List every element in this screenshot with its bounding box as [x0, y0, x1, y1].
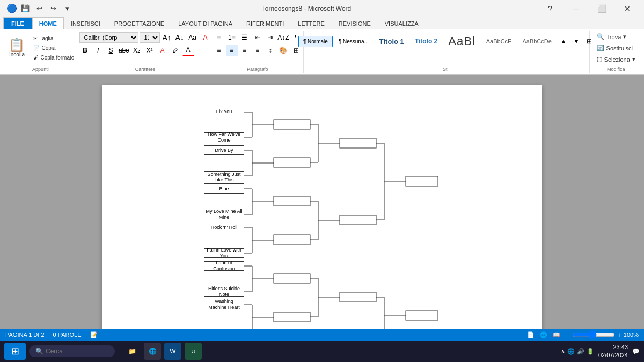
align-right-button[interactable]: ≡	[239, 45, 251, 56]
font-row1: Calibri (Corp 11 A↑ A↓ Aa A	[79, 32, 211, 43]
taskbar-search[interactable]: 🔍	[29, 345, 115, 357]
paste-button[interactable]: 📋 Incolla	[4, 36, 30, 60]
zoom-in-button[interactable]: +	[617, 331, 621, 339]
strikethrough-button[interactable]: abc	[118, 45, 130, 56]
redo-button[interactable]: ↪	[47, 3, 59, 14]
replace-label: Sostituisci	[606, 45, 633, 51]
tab-progettazione[interactable]: PROGETTAZIONE	[107, 17, 171, 29]
styles-scroll-down[interactable]: ▼	[570, 35, 582, 47]
document-area[interactable]: Fix You How Far We've Come Drive By Some…	[0, 75, 644, 329]
select-icon: ⬚	[597, 56, 602, 63]
taskbar-word[interactable]: W	[164, 343, 181, 360]
increase-indent-button[interactable]: ⇥	[265, 32, 276, 43]
help-button[interactable]: ?	[538, 0, 562, 17]
restore-button[interactable]: ⬜	[589, 0, 614, 17]
cut-icon: ✂	[33, 35, 38, 41]
subscript-button[interactable]: X₂	[131, 45, 143, 56]
window-title: Torneosongs8 - Microsoft Word	[75, 5, 538, 12]
clear-format-button[interactable]: A	[200, 32, 211, 43]
minimize-button[interactable]: ─	[564, 0, 588, 17]
taskbar-clock[interactable]: 23:43 02/07/2024	[598, 343, 628, 360]
decrease-size-button[interactable]: A↓	[174, 32, 186, 43]
find-button[interactable]: 🔍 Trova ▾	[593, 32, 639, 42]
tab-riferimenti[interactable]: RIFERIMENTI	[239, 17, 291, 29]
close-button[interactable]: ✕	[615, 0, 640, 17]
paragraph-group-label: Paragrafo	[247, 67, 268, 72]
find-icon: 🔍	[597, 33, 604, 40]
style-title1[interactable]: Titolo 1	[375, 35, 409, 48]
line-spacing-button[interactable]: ↕	[265, 45, 276, 56]
highlight-button[interactable]: 🖊	[170, 45, 181, 56]
taskbar-file-explorer[interactable]: 📁	[123, 343, 141, 360]
start-button[interactable]: ⊞	[4, 343, 26, 360]
style-emphasis[interactable]: AaBbCcDe	[517, 35, 556, 47]
justify-button[interactable]: ≡	[252, 45, 264, 56]
style-title[interactable]: AaBl	[443, 32, 480, 51]
tab-lettere[interactable]: LETTERE	[291, 17, 332, 29]
undo-button[interactable]: ↩	[33, 3, 45, 14]
customize-qat-button[interactable]: ▾	[61, 3, 73, 14]
paste-icon: 📋	[9, 39, 25, 51]
zoom-level: 100%	[624, 331, 639, 338]
tab-home[interactable]: HOME	[32, 17, 64, 29]
copy-button[interactable]: 📄 Copia	[31, 43, 77, 53]
copy-label: Copia	[41, 45, 55, 51]
font-size-select[interactable]: 11	[140, 32, 160, 43]
italic-button[interactable]: I	[92, 45, 104, 56]
doc-view-icon[interactable]: 📄	[527, 331, 535, 338]
align-center-button[interactable]: ≡	[226, 45, 238, 56]
font-group-label: Carattere	[135, 67, 156, 72]
tab-layout[interactable]: LAYOUT DI PAGINA	[171, 17, 239, 29]
numbering-button[interactable]: 1≡	[226, 32, 238, 43]
notification-icon[interactable]: 💬	[632, 348, 640, 355]
decrease-indent-button[interactable]: ⇤	[252, 32, 264, 43]
tab-inserisci[interactable]: INSERISCI	[64, 17, 107, 29]
underline-button[interactable]: S	[105, 45, 117, 56]
ribbon-content: 📋 Incolla ✂ Taglia 📄 Copia 🖌	[0, 29, 644, 74]
replace-button[interactable]: 🔄 Sostituisci	[593, 43, 639, 53]
web-view-icon[interactable]: 🌐	[540, 331, 547, 338]
tab-file[interactable]: FILE	[3, 17, 32, 29]
taskbar-chrome[interactable]: 🌐	[144, 343, 161, 360]
shading-button[interactable]: 🎨	[277, 45, 289, 56]
taskbar-network-icon[interactable]: 🌐	[567, 348, 575, 355]
taskbar-chevron-icon[interactable]: ∧	[561, 348, 565, 355]
taskbar-sound-icon[interactable]: 🔊	[577, 348, 584, 355]
sort-button[interactable]: A↕Z	[277, 32, 289, 43]
font-color-button[interactable]: A	[182, 45, 194, 56]
style-normal[interactable]: ¶ Normale	[298, 36, 333, 47]
style-title2[interactable]: Titolo 2	[410, 35, 442, 48]
style-no-spacing[interactable]: ¶ Nessuna...	[334, 36, 374, 47]
quick-access-toolbar: 🔵 💾 ↩ ↪ ▾	[4, 3, 75, 14]
styles-scroll-up[interactable]: ▲	[558, 35, 569, 47]
bold-button[interactable]: B	[79, 45, 91, 56]
tab-revisione[interactable]: REVISIONE	[332, 17, 378, 29]
style-subtitle[interactable]: AaBbCcE	[481, 35, 517, 47]
svg-rect-5	[274, 120, 310, 129]
paragraph-row2: ≡ ≡ ≡ ≡ ↕ 🎨 ⊞	[213, 45, 302, 56]
increase-size-button[interactable]: A↑	[161, 32, 173, 43]
outline-button[interactable]: ☰	[239, 32, 251, 43]
select-dropdown-icon: ▾	[632, 56, 635, 63]
font-controls: Calibri (Corp 11 A↑ A↓ Aa A B I S	[79, 32, 211, 64]
tab-visualizza[interactable]: VISUALIZZA	[378, 17, 426, 29]
align-left-button[interactable]: ≡	[213, 45, 225, 56]
bullets-button[interactable]: ≡	[213, 32, 225, 43]
clock-date: 02/07/2024	[598, 351, 628, 359]
zoom-out-button[interactable]: −	[566, 331, 570, 339]
copy-icon: 📄	[33, 45, 40, 51]
text-color-button[interactable]: A	[157, 45, 169, 56]
change-case-button[interactable]: Aa	[187, 32, 199, 43]
taskbar-spotify[interactable]: ♫	[185, 343, 202, 360]
superscript-button[interactable]: X²	[144, 45, 156, 56]
song-box-11: Washing Machine Heart	[204, 300, 244, 309]
taskbar-search-input[interactable]	[46, 348, 110, 355]
zoom-slider[interactable]	[572, 330, 615, 339]
select-button[interactable]: ⬚ Seleziona ▾	[593, 54, 639, 64]
cut-button[interactable]: ✂ Taglia	[31, 34, 77, 43]
font-name-select[interactable]: Calibri (Corp	[79, 32, 138, 43]
save-button[interactable]: 💾	[19, 3, 31, 14]
format-paint-button[interactable]: 🖌 Copia formato	[31, 53, 77, 62]
read-view-icon[interactable]: 📖	[553, 331, 560, 338]
taskbar-battery-icon[interactable]: 🔋	[587, 348, 594, 355]
